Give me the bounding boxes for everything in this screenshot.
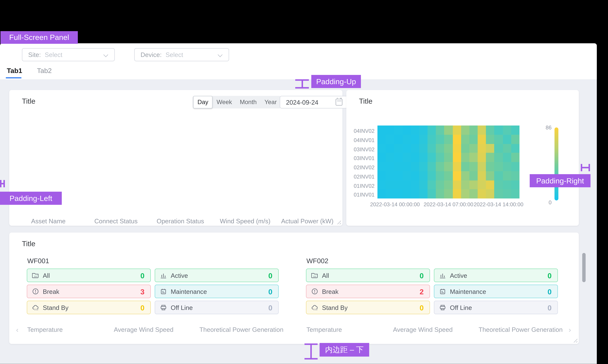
heatmap-cell[interactable] (411, 162, 419, 171)
heatmap-cell[interactable] (494, 126, 503, 135)
heatmap-cell[interactable] (469, 171, 478, 180)
heatmap-cell[interactable] (377, 126, 386, 135)
heatmap-cell[interactable] (503, 126, 511, 135)
heatmap-cell[interactable] (478, 171, 486, 180)
heatmap-cell[interactable] (386, 180, 394, 189)
heatmap-cell[interactable] (427, 162, 436, 171)
heatmap-colorbar[interactable] (555, 128, 558, 200)
tab-tab2[interactable]: Tab2 (37, 66, 52, 74)
metric-tab-label[interactable]: Average Wind Speed (114, 326, 174, 333)
heatmap-cell[interactable] (386, 144, 394, 153)
heatmap-cell[interactable] (469, 162, 478, 171)
heatmap-cell[interactable] (444, 180, 453, 189)
heatmap-cell[interactable] (469, 189, 478, 198)
heatmap-plot[interactable] (377, 126, 519, 198)
metric-tab-label[interactable]: Theoretical Power Generation (479, 326, 563, 333)
heatmap-cell[interactable] (511, 162, 519, 171)
heatmap-cell[interactable] (511, 153, 519, 162)
heatmap-cell[interactable] (469, 180, 478, 189)
heatmap-cell[interactable] (411, 153, 419, 162)
heatmap-cell[interactable] (461, 171, 469, 180)
heatmap-cell[interactable] (394, 180, 402, 189)
tab-tab1[interactable]: Tab1 (7, 66, 22, 74)
heatmap-cell[interactable] (411, 135, 419, 144)
heatmap-cell[interactable] (461, 180, 469, 189)
heatmap-cell[interactable] (377, 153, 386, 162)
heatmap-cell[interactable] (478, 162, 486, 171)
heatmap-cell[interactable] (503, 189, 511, 198)
status-tile-break[interactable]: Break2 (306, 285, 430, 298)
status-tile-standby[interactable]: CO2Stand By0 (306, 301, 430, 314)
heatmap-cell[interactable] (411, 180, 419, 189)
heatmap-cell[interactable] (453, 126, 461, 135)
heatmap-cell[interactable] (453, 189, 461, 198)
heatmap-cell[interactable] (436, 144, 444, 153)
heatmap-cell[interactable] (461, 189, 469, 198)
heatmap-cell[interactable] (478, 153, 486, 162)
heatmap-cell[interactable] (453, 180, 461, 189)
heatmap-cell[interactable] (402, 180, 411, 189)
heatmap-cell[interactable] (419, 144, 428, 153)
metric-tab-label[interactable]: Temperature (306, 326, 342, 333)
heatmap-cell[interactable] (411, 144, 419, 153)
period-option-day[interactable]: Day (193, 96, 213, 108)
heatmap-cell[interactable] (469, 135, 478, 144)
heatmap-cell[interactable] (511, 180, 519, 189)
heatmap-cell[interactable] (461, 135, 469, 144)
heatmap-cell[interactable] (444, 171, 453, 180)
heatmap-cell[interactable] (453, 153, 461, 162)
heatmap-cell[interactable] (386, 162, 394, 171)
heatmap-cell[interactable] (394, 171, 402, 180)
heatmap-cell[interactable] (386, 189, 394, 198)
heatmap-cell[interactable] (394, 144, 402, 153)
heatmap-cell[interactable] (394, 162, 402, 171)
heatmap-cell[interactable] (486, 189, 494, 198)
heatmap-cell[interactable] (478, 135, 486, 144)
device-select[interactable]: Device: Select (134, 48, 229, 61)
heatmap-cell[interactable] (511, 126, 519, 135)
status-tile-maintenance[interactable]: Maintenance0 (434, 285, 558, 298)
heatmap-cell[interactable] (402, 144, 411, 153)
heatmap-cell[interactable] (511, 189, 519, 198)
heatmap-cell[interactable] (402, 189, 411, 198)
heatmap-cell[interactable] (469, 126, 478, 135)
heatmap-cell[interactable] (444, 153, 453, 162)
heatmap-cell[interactable] (453, 135, 461, 144)
heatmap-cell[interactable] (427, 180, 436, 189)
heatmap-cell[interactable] (377, 171, 386, 180)
heatmap-cell[interactable] (494, 171, 503, 180)
heatmap-cell[interactable] (427, 144, 436, 153)
heatmap-cell[interactable] (503, 153, 511, 162)
heatmap-cell[interactable] (486, 144, 494, 153)
status-tile-active[interactable]: Active0 (155, 269, 279, 282)
heatmap-cell[interactable] (494, 144, 503, 153)
heatmap-cell[interactable] (494, 153, 503, 162)
heatmap-cell[interactable] (402, 153, 411, 162)
period-option-week[interactable]: Week (213, 96, 236, 108)
heatmap-cell[interactable] (402, 126, 411, 135)
metric-tab-label[interactable]: Theoretical Power Generation (199, 326, 284, 333)
heatmap-cell[interactable] (419, 180, 428, 189)
heatmap-cell[interactable] (411, 126, 419, 135)
heatmap-cell[interactable] (394, 189, 402, 198)
heatmap-cell[interactable] (436, 126, 444, 135)
heatmap-cell[interactable] (411, 189, 419, 198)
status-tile-all[interactable]: All0 (306, 269, 430, 282)
heatmap-cell[interactable] (461, 162, 469, 171)
heatmap-cell[interactable] (411, 171, 419, 180)
heatmap-cell[interactable] (402, 162, 411, 171)
heatmap-cell[interactable] (402, 171, 411, 180)
heatmap-cell[interactable] (436, 135, 444, 144)
heatmap-cell[interactable] (453, 162, 461, 171)
heatmap-cell[interactable] (436, 180, 444, 189)
heatmap-cell[interactable] (503, 144, 511, 153)
heatmap-cell[interactable] (511, 144, 519, 153)
heatmap-cell[interactable] (436, 153, 444, 162)
heatmap-cell[interactable] (444, 144, 453, 153)
heatmap-cell[interactable] (503, 135, 511, 144)
status-tile-offline[interactable]: Off Line0 (434, 301, 558, 314)
heatmap-cell[interactable] (427, 135, 436, 144)
heatmap-cell[interactable] (444, 162, 453, 171)
heatmap-cell[interactable] (377, 135, 386, 144)
heatmap-cell[interactable] (386, 135, 394, 144)
